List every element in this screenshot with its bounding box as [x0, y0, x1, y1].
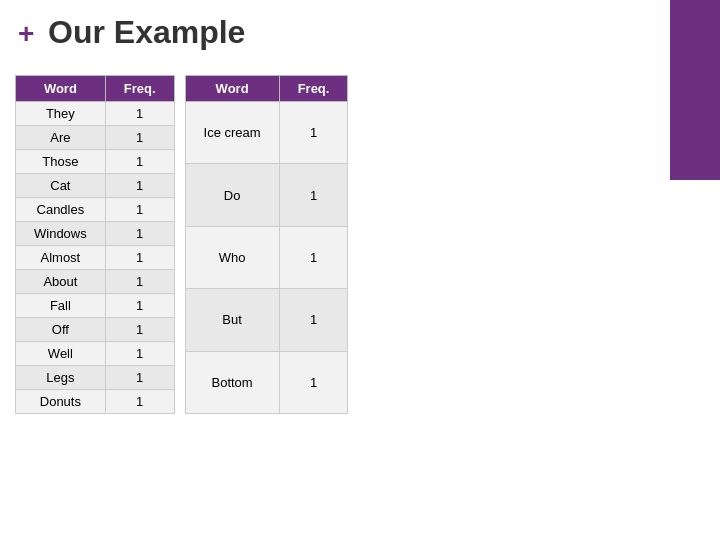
- table-cell: Bottom: [185, 351, 279, 413]
- table-row: But1: [185, 289, 348, 351]
- table-cell: Those: [16, 150, 106, 174]
- table-cell: 1: [105, 318, 174, 342]
- table-cell: But: [185, 289, 279, 351]
- table-cell: 1: [105, 198, 174, 222]
- table-row: Windows1: [16, 222, 175, 246]
- content-area: Word Freq. They1Are1Those1Cat1Candles1Wi…: [15, 75, 348, 414]
- table-row: Who1: [185, 226, 348, 288]
- table2-header-freq: Freq.: [279, 76, 348, 102]
- table-cell: They: [16, 102, 106, 126]
- page-title: Our Example: [48, 14, 245, 51]
- table-row: They1: [16, 102, 175, 126]
- table1-header-freq: Freq.: [105, 76, 174, 102]
- table-cell: 1: [279, 351, 348, 413]
- table-cell: Well: [16, 342, 106, 366]
- table-row: Are1: [16, 126, 175, 150]
- table-row: Almost1: [16, 246, 175, 270]
- table-row: About1: [16, 270, 175, 294]
- side-decoration: [670, 0, 720, 540]
- table-cell: Fall: [16, 294, 106, 318]
- table-row: Candles1: [16, 198, 175, 222]
- table-row: Do1: [185, 164, 348, 226]
- table-cell: 1: [105, 174, 174, 198]
- table1-header-word: Word: [16, 76, 106, 102]
- table-cell: 1: [105, 390, 174, 414]
- table-cell: 1: [105, 366, 174, 390]
- table-cell: 1: [105, 150, 174, 174]
- table-cell: 1: [279, 226, 348, 288]
- table2-header-word: Word: [185, 76, 279, 102]
- table-row: Ice cream1: [185, 102, 348, 164]
- table-cell: 1: [105, 342, 174, 366]
- table-cell: Almost: [16, 246, 106, 270]
- table-cell: 1: [105, 126, 174, 150]
- table-cell: Windows: [16, 222, 106, 246]
- table-right: Word Freq. Ice cream1Do1Who1But1Bottom1: [185, 75, 349, 414]
- table-cell: Do: [185, 164, 279, 226]
- table-cell: Who: [185, 226, 279, 288]
- table-row: Well1: [16, 342, 175, 366]
- table-row: Off1: [16, 318, 175, 342]
- table-cell: 1: [105, 102, 174, 126]
- table-cell: Ice cream: [185, 102, 279, 164]
- table-cell: 1: [279, 289, 348, 351]
- table-row: Bottom1: [185, 351, 348, 413]
- table-cell: Candles: [16, 198, 106, 222]
- table-cell: Donuts: [16, 390, 106, 414]
- table-row: Donuts1: [16, 390, 175, 414]
- table-cell: 1: [105, 270, 174, 294]
- table-row: Legs1: [16, 366, 175, 390]
- table-row: Fall1: [16, 294, 175, 318]
- table-row: Cat1: [16, 174, 175, 198]
- plus-sign: +: [18, 18, 34, 50]
- table-cell: Legs: [16, 366, 106, 390]
- table-cell: About: [16, 270, 106, 294]
- table-cell: 1: [279, 102, 348, 164]
- table-cell: 1: [105, 222, 174, 246]
- table-cell: Off: [16, 318, 106, 342]
- table-cell: Cat: [16, 174, 106, 198]
- table-row: Those1: [16, 150, 175, 174]
- table-cell: 1: [105, 294, 174, 318]
- table-cell: Are: [16, 126, 106, 150]
- table-left: Word Freq. They1Are1Those1Cat1Candles1Wi…: [15, 75, 175, 414]
- table-cell: 1: [105, 246, 174, 270]
- table-cell: 1: [279, 164, 348, 226]
